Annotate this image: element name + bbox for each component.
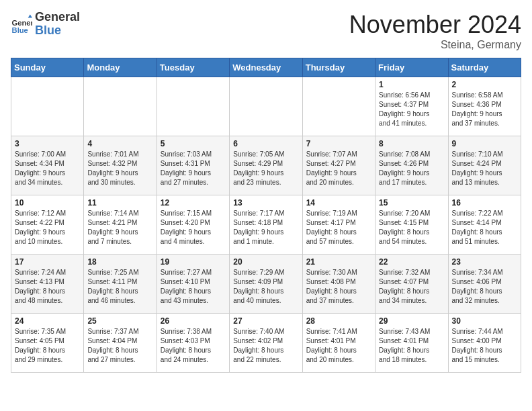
day-info: Sunrise: 6:58 AM Sunset: 4:36 PM Dayligh…	[452, 91, 517, 128]
day-number: 14	[306, 198, 371, 208]
day-number: 16	[452, 198, 517, 208]
day-cell: 4Sunrise: 7:01 AM Sunset: 4:32 PM Daylig…	[84, 136, 157, 195]
day-cell	[11, 77, 84, 136]
day-number: 6	[233, 139, 298, 148]
day-number: 13	[233, 198, 298, 208]
calendar-header-row: SundayMondayTuesdayWednesdayThursdayFrid…	[11, 58, 521, 77]
day-info: Sunrise: 7:32 AM Sunset: 4:07 PM Dayligh…	[379, 268, 444, 306]
day-info: Sunrise: 7:03 AM Sunset: 4:31 PM Dayligh…	[161, 150, 226, 187]
day-number: 29	[379, 316, 444, 326]
day-cell: 20Sunrise: 7:29 AM Sunset: 4:09 PM Dayli…	[230, 255, 302, 314]
day-info: Sunrise: 7:41 AM Sunset: 4:01 PM Dayligh…	[306, 327, 371, 365]
day-cell: 28Sunrise: 7:41 AM Sunset: 4:01 PM Dayli…	[302, 314, 375, 373]
day-cell: 18Sunrise: 7:25 AM Sunset: 4:11 PM Dayli…	[84, 255, 157, 314]
logo-line1: General	[35, 11, 80, 24]
day-cell: 7Sunrise: 7:07 AM Sunset: 4:27 PM Daylig…	[302, 136, 375, 195]
week-row-4: 17Sunrise: 7:24 AM Sunset: 4:13 PM Dayli…	[11, 255, 521, 314]
day-cell: 10Sunrise: 7:12 AM Sunset: 4:22 PM Dayli…	[11, 195, 84, 255]
logo-icon: General Blue	[11, 13, 32, 35]
day-number: 18	[87, 257, 152, 267]
day-cell: 30Sunrise: 7:44 AM Sunset: 4:00 PM Dayli…	[448, 314, 521, 373]
day-info: Sunrise: 7:27 AM Sunset: 4:10 PM Dayligh…	[161, 268, 226, 306]
day-number: 27	[233, 316, 298, 326]
page-header: General Blue General Blue November 2024 …	[11, 11, 521, 51]
day-cell: 11Sunrise: 7:14 AM Sunset: 4:21 PM Dayli…	[84, 195, 157, 255]
day-info: Sunrise: 7:35 AM Sunset: 4:05 PM Dayligh…	[15, 327, 80, 365]
day-cell: 29Sunrise: 7:43 AM Sunset: 4:01 PM Dayli…	[375, 314, 448, 373]
day-info: Sunrise: 7:29 AM Sunset: 4:09 PM Dayligh…	[233, 268, 298, 306]
calendar-table: SundayMondayTuesdayWednesdayThursdayFrid…	[11, 58, 521, 373]
month-title: November 2024	[349, 11, 521, 39]
day-cell: 16Sunrise: 7:22 AM Sunset: 4:14 PM Dayli…	[448, 195, 521, 255]
logo: General Blue General Blue	[11, 11, 80, 38]
day-number: 1	[379, 80, 444, 89]
day-cell: 15Sunrise: 7:20 AM Sunset: 4:15 PM Dayli…	[375, 195, 448, 255]
day-number: 2	[452, 80, 517, 89]
day-cell	[302, 77, 375, 136]
day-number: 7	[306, 139, 371, 148]
day-number: 23	[452, 257, 517, 267]
col-header-saturday: Saturday	[448, 58, 521, 77]
day-number: 30	[452, 316, 517, 326]
week-row-1: 1Sunrise: 6:56 AM Sunset: 4:37 PM Daylig…	[11, 77, 521, 136]
day-cell: 12Sunrise: 7:15 AM Sunset: 4:20 PM Dayli…	[157, 195, 229, 255]
week-row-5: 24Sunrise: 7:35 AM Sunset: 4:05 PM Dayli…	[11, 314, 521, 373]
day-cell: 8Sunrise: 7:08 AM Sunset: 4:26 PM Daylig…	[375, 136, 448, 195]
week-row-3: 10Sunrise: 7:12 AM Sunset: 4:22 PM Dayli…	[11, 195, 521, 255]
day-cell: 24Sunrise: 7:35 AM Sunset: 4:05 PM Dayli…	[11, 314, 84, 373]
day-info: Sunrise: 7:10 AM Sunset: 4:24 PM Dayligh…	[452, 150, 517, 187]
day-number: 12	[161, 198, 226, 208]
day-cell: 25Sunrise: 7:37 AM Sunset: 4:04 PM Dayli…	[84, 314, 157, 373]
day-info: Sunrise: 7:17 AM Sunset: 4:18 PM Dayligh…	[233, 209, 298, 246]
day-info: Sunrise: 7:37 AM Sunset: 4:04 PM Dayligh…	[87, 327, 152, 365]
day-cell	[157, 77, 229, 136]
day-info: Sunrise: 7:34 AM Sunset: 4:06 PM Dayligh…	[452, 268, 517, 306]
day-info: Sunrise: 7:22 AM Sunset: 4:14 PM Dayligh…	[452, 209, 517, 246]
day-cell: 17Sunrise: 7:24 AM Sunset: 4:13 PM Dayli…	[11, 255, 84, 314]
day-number: 8	[379, 139, 444, 148]
day-info: Sunrise: 7:43 AM Sunset: 4:01 PM Dayligh…	[379, 327, 444, 365]
day-info: Sunrise: 7:38 AM Sunset: 4:03 PM Dayligh…	[161, 327, 226, 365]
day-number: 11	[87, 198, 152, 208]
day-number: 21	[306, 257, 371, 267]
day-number: 15	[379, 198, 444, 208]
svg-text:Blue: Blue	[12, 26, 28, 34]
day-cell: 5Sunrise: 7:03 AM Sunset: 4:31 PM Daylig…	[157, 136, 229, 195]
day-cell	[230, 77, 302, 136]
col-header-friday: Friday	[375, 58, 448, 77]
day-cell: 14Sunrise: 7:19 AM Sunset: 4:17 PM Dayli…	[302, 195, 375, 255]
logo-text: General Blue	[35, 11, 80, 38]
day-cell: 21Sunrise: 7:30 AM Sunset: 4:08 PM Dayli…	[302, 255, 375, 314]
day-number: 24	[15, 316, 80, 326]
day-cell: 22Sunrise: 7:32 AM Sunset: 4:07 PM Dayli…	[375, 255, 448, 314]
day-number: 10	[15, 198, 80, 208]
col-header-thursday: Thursday	[302, 58, 375, 77]
day-number: 28	[306, 316, 371, 326]
col-header-tuesday: Tuesday	[157, 58, 229, 77]
day-number: 22	[379, 257, 444, 267]
day-number: 25	[87, 316, 152, 326]
day-info: Sunrise: 7:25 AM Sunset: 4:11 PM Dayligh…	[87, 268, 152, 306]
day-number: 4	[87, 139, 152, 148]
day-cell: 26Sunrise: 7:38 AM Sunset: 4:03 PM Dayli…	[157, 314, 229, 373]
day-cell: 1Sunrise: 6:56 AM Sunset: 4:37 PM Daylig…	[375, 77, 448, 136]
day-info: Sunrise: 7:40 AM Sunset: 4:02 PM Dayligh…	[233, 327, 298, 365]
day-number: 17	[15, 257, 80, 267]
day-cell	[84, 77, 157, 136]
day-cell: 3Sunrise: 7:00 AM Sunset: 4:34 PM Daylig…	[11, 136, 84, 195]
week-row-2: 3Sunrise: 7:00 AM Sunset: 4:34 PM Daylig…	[11, 136, 521, 195]
location: Steina, Germany	[349, 39, 521, 51]
day-info: Sunrise: 7:19 AM Sunset: 4:17 PM Dayligh…	[306, 209, 371, 246]
day-info: Sunrise: 7:44 AM Sunset: 4:00 PM Dayligh…	[452, 327, 517, 365]
day-info: Sunrise: 6:56 AM Sunset: 4:37 PM Dayligh…	[379, 91, 444, 128]
col-header-wednesday: Wednesday	[230, 58, 302, 77]
day-cell: 19Sunrise: 7:27 AM Sunset: 4:10 PM Dayli…	[157, 255, 229, 314]
logo-line2: Blue	[35, 24, 80, 38]
day-info: Sunrise: 7:20 AM Sunset: 4:15 PM Dayligh…	[379, 209, 444, 246]
day-number: 19	[161, 257, 226, 267]
day-info: Sunrise: 7:08 AM Sunset: 4:26 PM Dayligh…	[379, 150, 444, 187]
col-header-sunday: Sunday	[11, 58, 84, 77]
svg-text:General: General	[12, 18, 32, 26]
day-info: Sunrise: 7:01 AM Sunset: 4:32 PM Dayligh…	[87, 150, 152, 187]
day-info: Sunrise: 7:30 AM Sunset: 4:08 PM Dayligh…	[306, 268, 371, 306]
